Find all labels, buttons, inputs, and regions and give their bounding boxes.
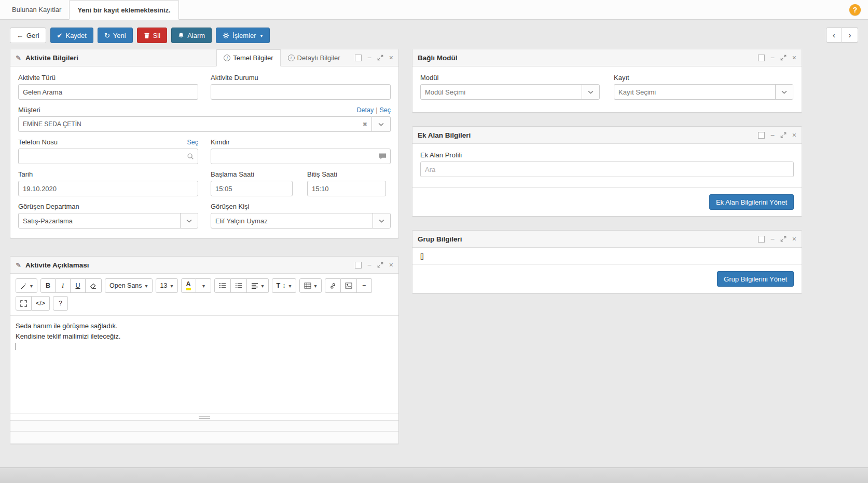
expand-icon[interactable] <box>780 132 787 138</box>
font-family-value: Open Sans <box>109 282 142 289</box>
manage-groups-button[interactable]: Grup Bilgilerini Yönet <box>717 271 794 287</box>
next-record-button[interactable]: › <box>842 28 858 43</box>
actions-button[interactable]: İşlemler ▾ <box>216 28 270 43</box>
close-icon[interactable]: × <box>792 235 796 243</box>
customer-input[interactable] <box>18 116 372 132</box>
clear-format-button[interactable] <box>86 278 102 293</box>
panel-select-checkbox[interactable] <box>355 55 362 61</box>
record-pager: ‹ › <box>826 28 858 43</box>
save-button[interactable]: ✔ Kaydet <box>50 28 93 43</box>
close-icon[interactable]: × <box>792 131 796 139</box>
new-button[interactable]: ↻ Yeni <box>98 28 133 43</box>
tab-new-record[interactable]: Yeni bir kayıt eklemektesiniz. <box>69 0 178 20</box>
collapse-icon[interactable]: − <box>770 235 775 243</box>
collapse-icon[interactable]: − <box>367 261 371 269</box>
close-icon[interactable]: × <box>389 261 393 269</box>
tab-detailed-info[interactable]: i Detaylı Bilgiler <box>281 49 348 66</box>
underline-button[interactable]: U <box>71 278 86 293</box>
unordered-list-button[interactable] <box>214 278 231 293</box>
activity-status-input[interactable] <box>211 84 391 100</box>
fullscreen-button[interactable] <box>16 296 32 311</box>
help-button[interactable]: ? <box>849 4 861 16</box>
delete-button-label: Sil <box>153 32 160 39</box>
expand-icon[interactable] <box>780 55 787 61</box>
phone-label: Telefon Nosu <box>18 138 58 146</box>
alarm-button[interactable]: Alarm <box>171 28 212 43</box>
chevron-down-icon[interactable] <box>775 85 793 99</box>
line-height-dropdown[interactable]: T↕ ▾ <box>272 278 296 293</box>
end-time-input[interactable] <box>307 181 386 196</box>
font-family-dropdown[interactable]: Open Sans ▾ <box>105 278 153 293</box>
check-icon: ✔ <box>57 32 63 39</box>
close-icon[interactable]: × <box>389 54 393 61</box>
who-input[interactable] <box>211 149 391 164</box>
panel-select-checkbox[interactable] <box>758 236 765 243</box>
table-dropdown[interactable]: ▾ <box>299 278 322 293</box>
panel-select-checkbox[interactable] <box>355 262 362 269</box>
chevron-down-icon[interactable] <box>373 213 390 228</box>
date-input[interactable] <box>18 181 198 196</box>
horizontal-rule-button[interactable]: − <box>357 278 372 293</box>
prev-record-button[interactable]: ‹ <box>826 28 842 43</box>
manage-extra-fields-button[interactable]: Ek Alan Bilgilerini Yönet <box>709 194 794 210</box>
delete-button[interactable]: Sil <box>137 28 167 43</box>
activity-panel-body: Aktivite Türü Aktivite Durumu Müşteri <box>10 66 398 238</box>
expand-icon[interactable] <box>377 262 383 268</box>
chevron-down-icon: ▾ <box>145 283 148 289</box>
tab-found-records-label: Bulunan Kayıtlar <box>12 6 61 14</box>
record-select[interactable]: Kayıt Seçimi <box>614 84 793 100</box>
up-down-arrow-icon: ↕ <box>282 282 285 289</box>
start-time-input[interactable] <box>211 181 293 196</box>
module-select[interactable]: Modül Seçimi <box>420 84 600 100</box>
panel-select-checkbox[interactable] <box>758 132 765 139</box>
close-icon[interactable]: × <box>792 54 796 61</box>
extra-field-profile-input[interactable] <box>420 162 794 177</box>
clear-icon[interactable]: ✖ <box>363 121 367 128</box>
collapse-icon[interactable]: − <box>367 54 371 61</box>
panel-select-checkbox[interactable] <box>758 55 765 61</box>
person-select[interactable]: Elif Yalçın Uymaz <box>211 213 391 229</box>
editor-help-button[interactable]: ? <box>53 296 68 311</box>
insert-link-button[interactable] <box>325 278 341 293</box>
department-label: Görüşen Departman <box>18 203 79 210</box>
ordered-list-button[interactable] <box>231 278 247 293</box>
expand-icon[interactable] <box>377 55 383 61</box>
editor-content[interactable]: Seda hanım ile görüşme sağladık. Kendisi… <box>10 316 398 413</box>
font-color-caret[interactable]: ▾ <box>196 278 211 293</box>
back-button[interactable]: ← Geri <box>10 28 46 43</box>
linked-module-panel: Bağlı Modül − × Modül <box>412 49 802 113</box>
expand-icon[interactable] <box>780 236 787 242</box>
save-button-label: Kaydet <box>65 32 86 39</box>
bold-button[interactable]: B <box>40 278 56 293</box>
tab-found-records[interactable]: Bulunan Kayıtlar <box>4 0 69 19</box>
code-view-button[interactable]: </> <box>32 296 50 311</box>
module-label: Modül <box>420 74 438 82</box>
style-dropdown-button[interactable]: ▾ <box>16 278 37 293</box>
comment-icon[interactable] <box>379 153 387 160</box>
department-select[interactable]: Satış-Pazarlama <box>18 213 198 229</box>
collapse-icon[interactable]: − <box>770 131 775 139</box>
tab-basic-info[interactable]: i Temel Bilgiler <box>216 49 280 66</box>
magic-wand-icon <box>20 283 27 289</box>
font-size-dropdown[interactable]: 13 ▾ <box>156 278 178 293</box>
customer-dropdown-button[interactable] <box>372 116 391 132</box>
customer-detail-link[interactable]: Detay <box>357 106 374 114</box>
activity-type-input[interactable] <box>18 84 198 100</box>
bell-icon <box>178 32 184 39</box>
collapse-icon[interactable]: − <box>770 54 775 61</box>
insert-picture-button[interactable] <box>341 278 357 293</box>
italic-button[interactable]: I <box>56 278 71 293</box>
customer-combo: ✖ <box>18 116 391 132</box>
chevron-down-icon: ▾ <box>314 283 317 289</box>
font-color-button[interactable]: A <box>181 278 196 293</box>
phone-select-link[interactable]: Seç <box>187 139 198 146</box>
customer-select-link[interactable]: Seç <box>379 106 391 114</box>
phone-input[interactable] <box>18 149 198 164</box>
paragraph-align-dropdown[interactable]: ▾ <box>247 278 269 293</box>
chevron-down-icon[interactable] <box>180 213 198 228</box>
chevron-down-icon[interactable] <box>582 85 599 99</box>
editor-resize-handle[interactable] <box>10 413 398 420</box>
search-icon[interactable] <box>187 153 194 160</box>
edit-icon: ✎ <box>16 54 21 62</box>
alarm-button-label: Alarm <box>187 32 205 39</box>
